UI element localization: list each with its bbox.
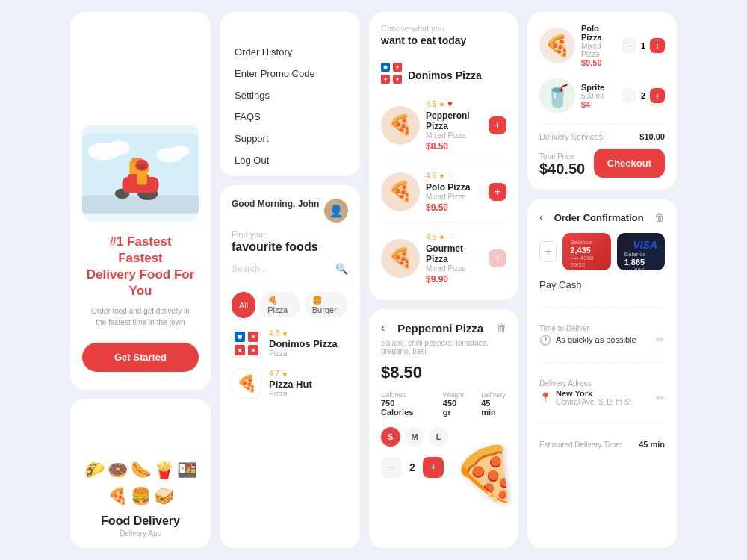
food-emoji-grid: 🌮 🍩 🌭 🍟 🍱 🍕 🍔 🥪 <box>81 459 200 508</box>
pizzahut-info: 4.7 ★ Pizza Hut Pizza <box>269 370 312 398</box>
sprite-decrease-button[interactable]: − <box>622 88 636 103</box>
delivery-scooter-illustration <box>82 132 199 214</box>
filter-tab-all[interactable]: All <box>232 292 255 318</box>
increase-qty-button[interactable]: + <box>423 457 444 478</box>
address-label: Delivery Adress <box>539 379 665 388</box>
order-confirm-card: ‹ Order Confirmation 🗑 + Balance 2,435 •… <box>527 199 677 548</box>
search-bar[interactable]: Search... 🔍 <box>232 263 348 281</box>
calories-stat: Calories 750 Calories <box>381 391 428 417</box>
quantity-value: 2 <box>409 461 415 473</box>
detail-card: ‹ Pepperoni Pizza 🗑 Salami, chilli peppe… <box>369 309 518 548</box>
restaurant-card: Choose what you want to eat today Donimo… <box>369 12 518 300</box>
size-s-button[interactable]: S <box>381 427 400 447</box>
search-card: Good Morning, John 👤 Find your favourite… <box>220 185 360 548</box>
svg-rect-13 <box>137 173 147 185</box>
delivery-stat: Delivery 45 min <box>481 391 506 417</box>
avatar: 👤 <box>324 199 348 223</box>
cart-icon[interactable]: 🗑 <box>496 322 506 334</box>
choose-pre: Choose what you <box>381 24 506 33</box>
confirm-divider-3 <box>539 423 665 423</box>
confirm-header: ‹ Order Confirmation 🗑 <box>539 211 665 224</box>
active-restaurant: Donimos Pizza <box>381 63 506 88</box>
cart-polo-price: $9.50 <box>581 58 616 67</box>
confirm-back-button[interactable]: ‹ <box>539 211 543 224</box>
hero-subtitle: Order food and get delivery in the faste… <box>82 305 199 328</box>
dominos-logo <box>232 329 261 358</box>
food-item-polo: 🍕 4.6 ★ ♡ Polo Pizza Mixed Pizza $9.50 + <box>381 170 506 223</box>
add-pepperoni-button[interactable]: + <box>489 116 506 134</box>
svg-point-43 <box>397 78 399 81</box>
add-polo-button[interactable]: + <box>489 183 506 201</box>
sprite-increase-button[interactable]: + <box>650 88 665 103</box>
hero-title: #1 Fastest FastestDelivery Food For You <box>82 234 199 299</box>
polo-qty-value: 1 <box>641 41 645 50</box>
add-gourmet-button[interactable]: + <box>489 249 506 267</box>
svg-point-35 <box>252 349 255 352</box>
size-l-button[interactable]: L <box>429 427 448 447</box>
hero-title-text: FastestDelivery Food For You <box>87 251 195 298</box>
mastercard-card[interactable]: Balance 2,435 •••• 4986 09/22 <box>562 233 610 270</box>
menu-item-order-history[interactable]: Order History <box>235 46 345 57</box>
svg-point-44 <box>385 78 387 81</box>
cart-sprite-image: 🥤 <box>539 78 575 113</box>
payment-cards-row: + Balance 2,435 •••• 4986 09/22 VISA <box>539 233 665 270</box>
back-button[interactable]: ‹ <box>381 321 385 335</box>
weight-stat: Weight 450 gr <box>443 391 466 417</box>
polo-details: 4.6 ★ ♡ Polo Pizza Mixed Pizza $9.50 <box>426 170 483 213</box>
checkout-button[interactable]: Checkout <box>594 149 665 178</box>
list-item[interactable]: 4.5 ★ Donimos Pizza Pizza <box>232 329 348 358</box>
add-card-button[interactable]: + <box>539 241 557 262</box>
menu-item-promo[interactable]: Enter Promo Code <box>235 68 345 79</box>
greeting-row: Good Morning, John 👤 <box>232 199 348 223</box>
size-m-button[interactable]: M <box>405 427 424 447</box>
cart-sprite-name: Sprite <box>581 83 604 92</box>
menu-item-faqs[interactable]: FAQS <box>235 111 345 122</box>
trash-icon[interactable]: 🗑 <box>654 211 665 223</box>
cart-divider <box>539 124 665 125</box>
menu-card: Order History Enter Promo Code Settings … <box>220 12 360 176</box>
svg-point-2 <box>108 140 129 155</box>
greeting-pre: Good Morning, <box>232 199 295 209</box>
greeting-text: Good Morning, John <box>232 199 319 209</box>
get-started-button[interactable]: Get Started <box>82 343 199 372</box>
location-icon: 📍 <box>539 392 551 403</box>
list-item[interactable]: 🍕 4.7 ★ Pizza Hut Pizza <box>232 369 348 399</box>
cart-polo-info: Polo Pizza Mixed Pizza $9.50 <box>581 24 616 67</box>
visa-card[interactable]: VISA Balance 1,865 •••• 684 06/23 <box>617 233 665 270</box>
restaurant-header-name: Donimos Pizza <box>408 69 482 81</box>
detail-header: ‹ Pepperoni Pizza 🗑 <box>381 321 506 335</box>
menu-item-settings[interactable]: Settings <box>235 90 345 101</box>
cart-card: 🍕 Polo Pizza Mixed Pizza $9.50 − 1 + 🥤 S… <box>527 12 677 190</box>
polo-increase-button[interactable]: + <box>650 38 665 53</box>
svg-point-41 <box>384 66 388 69</box>
decrease-qty-button[interactable]: − <box>381 457 402 478</box>
search-icon[interactable]: 🔍 <box>335 263 348 275</box>
detail-pizza-image: 🍕 <box>447 436 518 511</box>
total-row: Total Price $40.50 Checkout <box>539 149 665 178</box>
filter-tab-burger[interactable]: 🍔 Burger <box>305 292 348 318</box>
heart-outline-icon: ♡ <box>447 170 456 181</box>
detail-price: $8.50 <box>381 363 506 382</box>
time-value: As quickly as possible <box>556 335 636 344</box>
menu-item-logout[interactable]: Log Out <box>235 155 345 166</box>
svg-point-42 <box>397 66 399 69</box>
edit-time-button[interactable]: ✏ <box>656 334 665 346</box>
food-delivery-subtitle: Delivery App <box>120 529 161 538</box>
column-3: Choose what you want to eat today Donimo… <box>369 12 518 548</box>
svg-point-15 <box>137 164 146 169</box>
pay-cash-option[interactable]: Pay Cash <box>539 279 665 290</box>
dominos-info: 4.5 ★ Donimos Pizza Pizza <box>269 329 338 358</box>
menu-item-support[interactable]: Support <box>235 133 345 144</box>
total-price: $40.50 <box>539 161 585 178</box>
restaurant-list: 4.5 ★ Donimos Pizza Pizza 🍕 4.7 ★ Pizza … <box>232 329 348 399</box>
hero-card: #1 Fastest FastestDelivery Food For You … <box>70 12 211 390</box>
svg-point-34 <box>252 335 255 338</box>
filter-tab-pizza[interactable]: 🍕 Pizza <box>260 292 300 318</box>
edit-address-button[interactable]: ✏ <box>656 392 665 404</box>
choose-header: Choose what you want to eat today <box>381 24 506 57</box>
sprite-qty-control: − 2 + <box>622 88 665 103</box>
polo-decrease-button[interactable]: − <box>622 38 636 53</box>
pepperoni-img: 🍕 <box>381 106 420 145</box>
column-2: Order History Enter Promo Code Settings … <box>220 12 360 548</box>
polo-img: 🍕 <box>381 172 420 211</box>
